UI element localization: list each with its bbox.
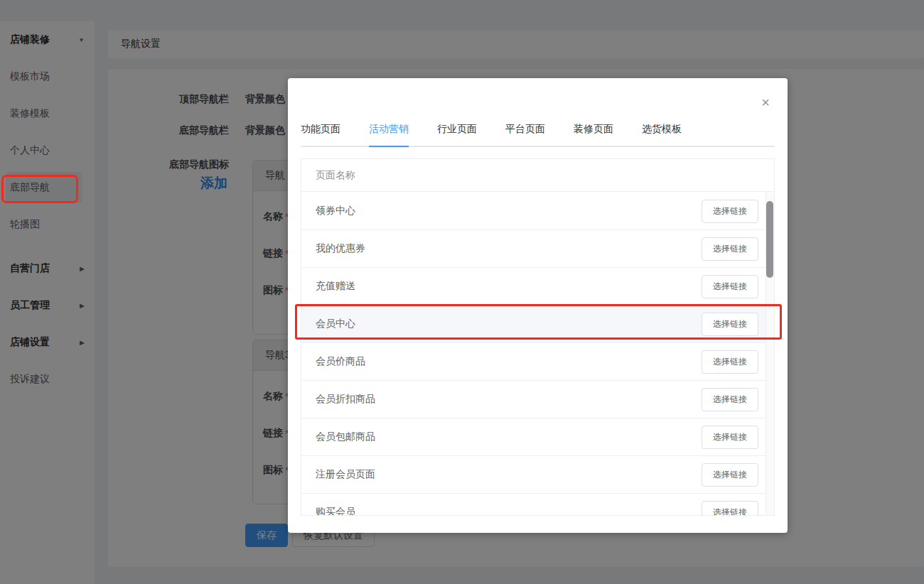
page-link-row-会员中心[interactable]: 会员中心 选择链接 bbox=[301, 305, 774, 343]
page-link-row-我的优惠券[interactable]: 我的优惠券 选择链接 bbox=[301, 230, 774, 268]
page-name: 充值赠送 bbox=[316, 280, 702, 293]
page-name: 领券中心 bbox=[316, 205, 702, 217]
page-link-row-购买会员[interactable]: 购买会员 选择链接 bbox=[301, 494, 774, 515]
tab-装修页面[interactable]: 装修页面 bbox=[574, 123, 613, 147]
select-link-button[interactable]: 选择链接 bbox=[702, 501, 758, 516]
page-link-row-领券中心[interactable]: 领券中心 选择链接 bbox=[301, 193, 774, 230]
tab-功能页面[interactable]: 功能页面 bbox=[301, 123, 340, 147]
page-name: 购买会员 bbox=[316, 506, 702, 515]
close-icon[interactable]: × bbox=[759, 97, 772, 109]
select-link-button[interactable]: 选择链接 bbox=[702, 463, 758, 487]
select-link-button[interactable]: 选择链接 bbox=[702, 426, 758, 449]
page-link-row-注册会员页面[interactable]: 注册会员页面 选择链接 bbox=[301, 456, 774, 494]
page-link-table: 页面名称 领券中心 选择链接 我的优惠券 选择链接 充值赠送 选择链接 会员中心… bbox=[301, 158, 775, 516]
page-name: 会员价商品 bbox=[316, 355, 702, 368]
page-link-row-会员包邮商品[interactable]: 会员包邮商品 选择链接 bbox=[301, 418, 774, 456]
page-name: 会员包邮商品 bbox=[316, 431, 702, 443]
select-link-button[interactable]: 选择链接 bbox=[702, 388, 758, 411]
page-name: 注册会员页面 bbox=[316, 468, 702, 481]
select-link-button[interactable]: 选择链接 bbox=[702, 275, 758, 298]
scrollbar-track[interactable] bbox=[765, 193, 774, 515]
tab-行业页面[interactable]: 行业页面 bbox=[437, 123, 477, 147]
select-link-button[interactable]: 选择链接 bbox=[702, 237, 758, 261]
scrollbar-thumb[interactable] bbox=[766, 201, 773, 278]
link-picker-modal: × 功能页面活动营销行业页面平台页面装修页面选货模板 页面名称 领券中心 选择链… bbox=[288, 78, 788, 533]
page-link-row-会员价商品[interactable]: 会员价商品 选择链接 bbox=[301, 343, 774, 381]
page-name-column-header: 页面名称 bbox=[316, 169, 355, 182]
modal-tabs: 功能页面活动营销行业页面平台页面装修页面选货模板 bbox=[301, 123, 775, 147]
table-header-row: 页面名称 bbox=[301, 159, 774, 192]
select-link-button[interactable]: 选择链接 bbox=[702, 200, 758, 223]
tab-平台页面[interactable]: 平台页面 bbox=[505, 123, 545, 147]
select-link-button[interactable]: 选择链接 bbox=[702, 313, 758, 336]
page-link-row-充值赠送[interactable]: 充值赠送 选择链接 bbox=[301, 268, 774, 305]
table-body: 领券中心 选择链接 我的优惠券 选择链接 充值赠送 选择链接 会员中心 选择链接… bbox=[301, 193, 774, 515]
tab-活动营销[interactable]: 活动营销 bbox=[369, 123, 409, 147]
page-link-row-会员折扣商品[interactable]: 会员折扣商品 选择链接 bbox=[301, 381, 774, 418]
select-link-button[interactable]: 选择链接 bbox=[702, 350, 758, 374]
tab-选货模板[interactable]: 选货模板 bbox=[642, 123, 682, 147]
page-name: 会员中心 bbox=[316, 318, 702, 330]
page-name: 会员折扣商品 bbox=[316, 393, 702, 406]
page-name: 我的优惠券 bbox=[316, 242, 702, 255]
